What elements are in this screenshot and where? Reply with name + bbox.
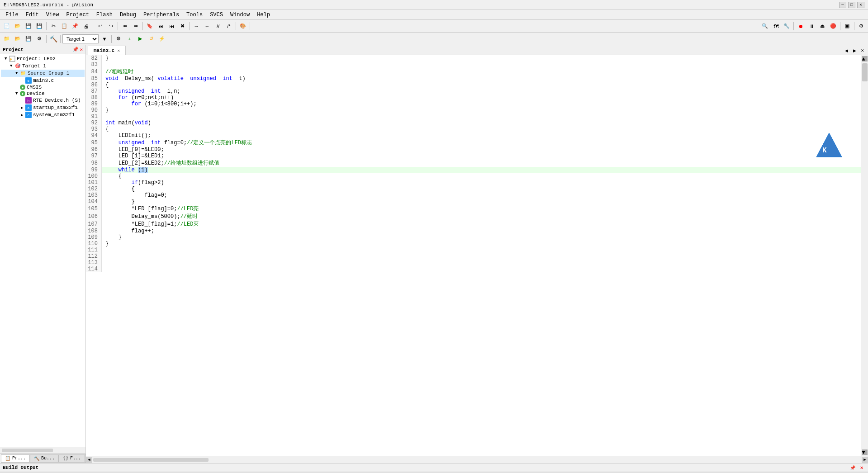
menu-view[interactable]: View xyxy=(43,11,63,19)
prev-bookmark-button[interactable]: ⏮ xyxy=(166,21,176,31)
paste-button[interactable]: 📌 xyxy=(70,21,80,31)
tree-target-1[interactable]: ▼ 🎯 Target 1 xyxy=(1,62,85,70)
tree-rte-device[interactable]: h RTE_Device.h (S) xyxy=(1,97,85,104)
code-line-108[interactable]: 108 flag++; xyxy=(86,228,861,234)
code-line-93[interactable]: 93{ xyxy=(86,126,861,132)
code-line-106[interactable]: 106 Delay_ms(5000);//延时 xyxy=(86,213,861,220)
bookmark-button[interactable]: 🔖 xyxy=(145,21,155,31)
tab-close-icon[interactable]: ✕ xyxy=(117,48,120,53)
code-line-98[interactable]: 98 LED_[2]=&LED2;//给地址数组进行赋值 xyxy=(86,159,861,167)
save-all-button[interactable]: 💾 xyxy=(34,21,44,31)
comment-button[interactable]: // xyxy=(213,21,223,31)
code-line-87[interactable]: 87 unsigned int i,n; xyxy=(86,88,861,95)
tab-scroll-right[interactable]: ▶ xyxy=(851,47,858,55)
btn-r2[interactable]: 🔧 xyxy=(782,21,792,31)
project-tab-proj[interactable]: 📋 Pr... xyxy=(1,454,30,463)
build-btn[interactable]: 🔨 xyxy=(48,34,58,44)
redo-button[interactable]: ↪ xyxy=(106,21,116,31)
print-button[interactable]: 🖨 xyxy=(81,21,91,31)
tree-main-c[interactable]: c main3.c xyxy=(1,77,85,84)
target-dropdown-btn[interactable]: ▼ xyxy=(100,34,109,44)
open-button[interactable]: 📂 xyxy=(13,21,23,31)
tree-source-group-1[interactable]: ▼ 📁 Source Group 1 xyxy=(1,70,85,77)
tab-scroll-left[interactable]: ◀ xyxy=(843,47,850,55)
menu-window[interactable]: Window xyxy=(227,11,253,19)
menu-help[interactable]: Help xyxy=(253,11,274,19)
save-all-btn[interactable]: 💾 xyxy=(24,34,33,44)
tools-btn[interactable]: ⚙ xyxy=(856,21,866,31)
code-line-85[interactable]: 85void Delay_ms( volatile unsigned int t… xyxy=(86,76,861,82)
window-btn[interactable]: ▣ xyxy=(842,21,852,31)
nav-fwd-button[interactable]: ➡ xyxy=(131,21,141,31)
code-line-114[interactable]: 114 xyxy=(86,266,861,272)
tree-device[interactable]: ▼ ♦ Device xyxy=(1,90,85,97)
editor-hscrollbar[interactable]: ◀ ▶ xyxy=(86,456,868,463)
code-line-90[interactable]: 90} xyxy=(86,107,861,114)
code-line-104[interactable]: 104 } xyxy=(86,199,861,205)
undo-button[interactable]: ↩ xyxy=(95,21,105,31)
code-line-103[interactable]: 103 flag=0; xyxy=(86,192,861,199)
menu-project[interactable]: Project xyxy=(62,11,92,19)
code-line-99[interactable]: 99 while (1) xyxy=(86,167,861,173)
code-line-92[interactable]: 92int main(void) xyxy=(86,120,861,126)
open-project-btn[interactable]: 📂 xyxy=(13,34,23,44)
code-line-107[interactable]: 107 *LED_[flag]=1;//LED灭 xyxy=(86,220,861,228)
panel-pin-icon[interactable]: 📌 xyxy=(72,47,79,52)
code-line-102[interactable]: 102 { xyxy=(86,186,861,192)
save-button[interactable]: 💾 xyxy=(24,21,33,31)
stop-button[interactable]: ⏸ xyxy=(806,21,816,31)
coloring-button[interactable]: 🎨 xyxy=(238,21,248,31)
code-line-100[interactable]: 100 { xyxy=(86,173,861,180)
code-line-110[interactable]: 110} xyxy=(86,241,861,247)
hscroll-left[interactable]: ◀ xyxy=(86,457,92,463)
code-line-94[interactable]: 94 LEDInit(); xyxy=(86,132,861,139)
panel-close-icon[interactable]: ✕ xyxy=(80,47,83,52)
minimize-button[interactable]: ─ xyxy=(839,2,846,8)
code-line-112[interactable]: 112 xyxy=(86,253,861,260)
tree-system[interactable]: ▶ c system_stm32f1 xyxy=(1,111,85,118)
tab-main-c[interactable]: main3.c ✕ xyxy=(88,46,126,55)
code-line-96[interactable]: 96 LED_[0]=&LED0; xyxy=(86,147,861,153)
target-select[interactable]: Target 1 xyxy=(62,34,99,43)
manage-btn[interactable]: ⚙ xyxy=(114,34,123,44)
build-output-close[interactable]: ✕ xyxy=(858,464,865,471)
uncomment-button[interactable]: /* xyxy=(224,21,234,31)
btn-r3[interactable]: 🔴 xyxy=(828,21,838,31)
menu-flash[interactable]: Flash xyxy=(93,11,116,19)
btn-r1[interactable]: 🗺 xyxy=(771,21,781,31)
editor-vscrollbar[interactable]: ▲ ▼ xyxy=(861,55,868,456)
tree-cmsis[interactable]: ♦ CMSIS xyxy=(1,84,85,90)
tab-close-editor[interactable]: ✕ xyxy=(859,47,866,55)
code-line-86[interactable]: 86{ xyxy=(86,82,861,88)
code-line-84[interactable]: 84//粗略延时 xyxy=(86,68,861,76)
target-options-btn[interactable]: ⚙ xyxy=(34,34,44,44)
code-line-101[interactable]: 101 if(flag>2) xyxy=(86,180,861,186)
code-line-109[interactable]: 109 } xyxy=(86,234,861,241)
code-line-83[interactable]: 83 xyxy=(86,61,861,68)
menu-edit[interactable]: Edit xyxy=(22,11,43,19)
find-button[interactable]: 🔍 xyxy=(760,21,770,31)
next-bookmark-button[interactable]: ⏭ xyxy=(156,21,166,31)
menu-file[interactable]: File xyxy=(2,11,22,19)
code-line-82[interactable]: 82} xyxy=(86,55,861,61)
indent-button[interactable]: → xyxy=(191,21,201,31)
menu-svcs[interactable]: SVCS xyxy=(206,11,227,19)
menu-peripherals[interactable]: Peripherals xyxy=(140,11,183,19)
unindent-button[interactable]: ← xyxy=(202,21,212,31)
tree-startup[interactable]: ▶ a startup_stm32f1 xyxy=(1,104,85,111)
new-file-button[interactable]: 📄 xyxy=(2,21,12,31)
run-button[interactable]: ⏺ xyxy=(796,21,806,31)
build-all-btn[interactable]: ▶ xyxy=(135,34,145,44)
code-line-95[interactable]: 95 unsigned int flag=0;//定义一个点亮的LED标志 xyxy=(86,139,861,147)
copy-button[interactable]: 📋 xyxy=(59,21,69,31)
new-project-btn[interactable]: 📁 xyxy=(2,34,12,44)
project-hscrollbar[interactable] xyxy=(0,447,85,453)
nav-back-button[interactable]: ⬅ xyxy=(120,21,130,31)
code-line-111[interactable]: 111 xyxy=(86,247,861,253)
build-output-pin[interactable]: 📌 xyxy=(849,464,856,471)
project-tab-build[interactable]: 🔨 Bu... xyxy=(30,454,59,463)
maximize-button[interactable]: □ xyxy=(848,2,855,8)
code-line-97[interactable]: 97 LED_[1]=&LED1; xyxy=(86,153,861,159)
hscroll-right[interactable]: ▶ xyxy=(862,457,868,463)
new-target-btn[interactable]: + xyxy=(124,34,134,44)
